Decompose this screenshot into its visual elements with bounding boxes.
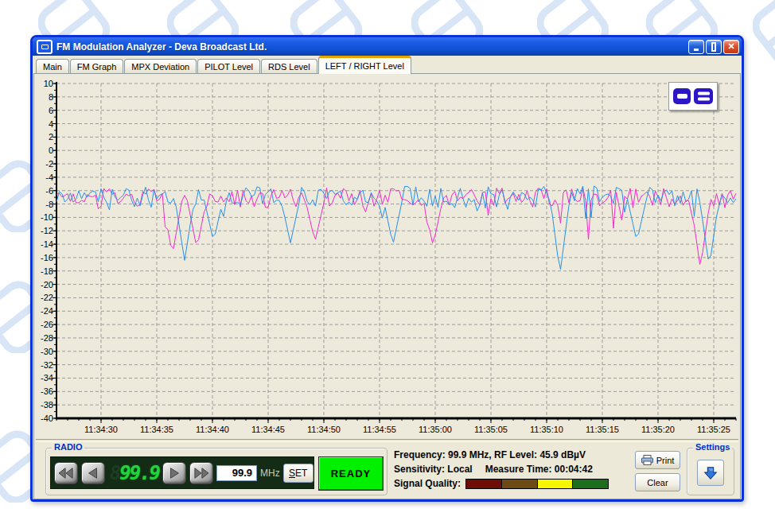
app-icon — [37, 40, 53, 54]
svg-text:11:35:25: 11:35:25 — [697, 425, 730, 434]
svg-text:2: 2 — [49, 132, 53, 142]
segment-value: 99.9 — [119, 462, 159, 484]
bottom-panel: RADIO 899.9 — [34, 442, 740, 499]
svg-text:10: 10 — [44, 79, 53, 88]
seek-down-button[interactable] — [54, 462, 78, 484]
tab-page-left-right-level: 1086420-2-4-6-8-10-12-14-16-18-20-22-24-… — [33, 73, 741, 499]
signal-quality-segment — [501, 480, 537, 488]
svg-text:-16: -16 — [41, 253, 53, 262]
svg-text:-34: -34 — [41, 373, 53, 382]
print-button-label: Print — [656, 456, 675, 465]
db-logo-icon — [672, 87, 714, 106]
svg-text:8: 8 — [49, 92, 53, 102]
minimize-button[interactable] — [688, 40, 704, 54]
signal-quality-segment — [466, 480, 501, 488]
svg-text:-6: -6 — [45, 186, 53, 196]
set-button-label: SET — [289, 468, 307, 479]
svg-text:11:35:05: 11:35:05 — [474, 425, 508, 434]
ready-status-indicator: READY — [318, 456, 384, 491]
tab-mpx-deviation[interactable]: MPX Deviation — [124, 59, 197, 73]
tab-label: RDS Level — [268, 62, 310, 72]
svg-text:-14: -14 — [41, 239, 53, 249]
minimize-icon — [694, 49, 699, 51]
svg-text:-26: -26 — [41, 320, 53, 329]
svg-text:6: 6 — [49, 106, 53, 115]
signal-quality-segment — [572, 480, 608, 488]
tab-fm-graph[interactable]: FM Graph — [70, 59, 124, 73]
svg-text:-18: -18 — [41, 266, 53, 276]
svg-text:-30: -30 — [41, 347, 53, 356]
svg-text:11:34:45: 11:34:45 — [251, 425, 285, 434]
svg-text:-40: -40 — [41, 414, 53, 423]
mhz-unit-label: MHz — [260, 468, 280, 479]
frequency-input[interactable] — [216, 465, 257, 481]
close-button[interactable]: ✕ — [723, 40, 739, 54]
svg-text:11:35:00: 11:35:00 — [419, 425, 452, 434]
down-arrow-icon — [703, 464, 719, 482]
close-icon: ✕ — [727, 41, 734, 52]
sensitivity-readout: Sensitivity: Local — [394, 464, 473, 475]
radio-group: RADIO 899.9 — [45, 448, 388, 495]
settings-group-label: Settings — [693, 442, 732, 452]
radio-group-label: RADIO — [52, 442, 84, 452]
svg-text:-20: -20 — [41, 280, 53, 289]
svg-text:-4: -4 — [45, 173, 53, 182]
svg-text:-10: -10 — [41, 212, 53, 222]
maximize-button[interactable] — [706, 40, 722, 54]
tab-rds-level[interactable]: RDS Level — [261, 59, 317, 73]
measure-time-readout: Measure Time: 00:04:42 — [485, 464, 593, 475]
seek-up-button[interactable] — [189, 462, 213, 484]
tab-left-right-level[interactable]: LEFT / RIGHT Level — [318, 56, 411, 74]
svg-text:0: 0 — [49, 146, 53, 155]
signal-quality-bar — [465, 479, 609, 489]
clear-button[interactable]: Clear — [635, 473, 680, 491]
tab-strip: MainFM GraphMPX DeviationPILOT LevelRDS … — [33, 56, 742, 73]
svg-text:-2: -2 — [45, 159, 53, 169]
segment-ghost-digit: 8 — [110, 462, 119, 484]
deva-db-logo — [668, 82, 718, 111]
maximize-icon — [711, 42, 716, 52]
frequency-rf-readout: Frequency: 99.9 MHz, RF Level: 45.9 dBµV — [394, 448, 609, 462]
left-arrow-icon — [86, 466, 100, 480]
svg-text:11:35:15: 11:35:15 — [586, 425, 619, 434]
step-up-button[interactable] — [162, 462, 186, 484]
tuner-panel: 899.9 MHz SET — [50, 456, 314, 489]
svg-text:11:34:30: 11:34:30 — [84, 425, 118, 434]
tab-label: MPX Deviation — [131, 62, 189, 72]
print-button[interactable]: Print — [635, 451, 680, 469]
watermark-b-logo-icon — [753, 0, 775, 65]
tab-main[interactable]: Main — [36, 59, 69, 73]
double-left-arrow-icon — [57, 466, 75, 480]
tab-pilot-level[interactable]: PILOT Level — [197, 59, 260, 73]
svg-text:-28: -28 — [41, 333, 53, 343]
signal-quality-segment — [537, 480, 573, 488]
settings-group: Settings — [687, 448, 734, 495]
svg-text:11:34:35: 11:34:35 — [140, 425, 173, 434]
svg-text:-38: -38 — [41, 400, 53, 410]
step-down-button[interactable] — [81, 462, 105, 484]
tab-label: LEFT / RIGHT Level — [325, 61, 404, 71]
svg-text:-22: -22 — [41, 293, 53, 302]
status-panel: Frequency: 99.9 MHz, RF Level: 45.9 dBµV… — [394, 448, 609, 491]
chart-canvas: 1086420-2-4-6-8-10-12-14-16-18-20-22-24-… — [34, 74, 740, 439]
svg-text:11:35:10: 11:35:10 — [530, 425, 563, 434]
svg-text:11:34:55: 11:34:55 — [363, 425, 396, 434]
double-right-arrow-icon — [193, 466, 210, 480]
level-chart: 1086420-2-4-6-8-10-12-14-16-18-20-22-24-… — [34, 74, 740, 439]
svg-text:11:35:20: 11:35:20 — [641, 425, 675, 434]
svg-text:-36: -36 — [41, 386, 53, 396]
set-frequency-button[interactable]: SET — [283, 464, 314, 483]
signal-quality-label: Signal Quality: — [394, 478, 461, 489]
settings-button[interactable] — [697, 460, 724, 486]
svg-text:-32: -32 — [41, 360, 53, 370]
svg-text:-12: -12 — [41, 226, 53, 235]
clear-button-label: Clear — [647, 478, 668, 487]
window-title: FM Modulation Analyzer - Deva Broadcast … — [56, 41, 688, 52]
right-arrow-icon — [167, 466, 181, 480]
frequency-seven-segment-display: 899.9 — [108, 462, 159, 484]
tab-label: PILOT Level — [204, 62, 253, 72]
tab-label: Main — [43, 62, 62, 72]
svg-text:11:34:40: 11:34:40 — [196, 425, 229, 434]
title-bar[interactable]: FM Modulation Analyzer - Deva Broadcast … — [33, 37, 742, 56]
svg-text:-8: -8 — [45, 200, 53, 209]
